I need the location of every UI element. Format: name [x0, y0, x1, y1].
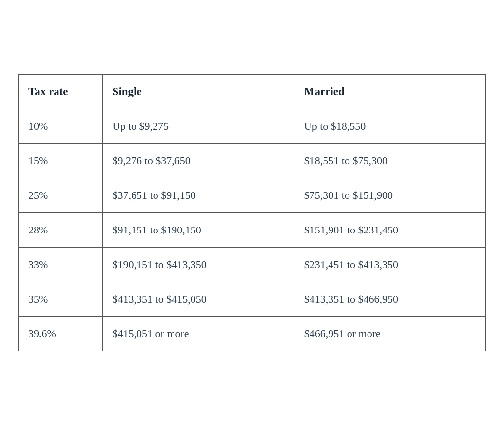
table-row: 28%$91,151 to $190,150$151,901 to $231,4…	[19, 212, 486, 247]
table-row: 33%$190,151 to $413,350$231,451 to $413,…	[19, 247, 486, 282]
cell-married: $18,551 to $75,300	[294, 143, 485, 178]
cell-single: Up to $9,275	[102, 109, 294, 143]
table-row: 39.6%$415,051 or more$466,951 or more	[19, 316, 486, 351]
table-row: 15%$9,276 to $37,650$18,551 to $75,300	[19, 143, 486, 178]
header-single: Single	[102, 74, 294, 109]
cell-married: $413,351 to $466,950	[294, 282, 485, 316]
cell-tax-rate: 39.6%	[19, 316, 103, 351]
table-row: 10%Up to $9,275Up to $18,550	[19, 109, 486, 143]
header-married: Married	[294, 74, 485, 109]
cell-single: $37,651 to $91,150	[102, 178, 294, 212]
table-row: 35%$413,351 to $415,050$413,351 to $466,…	[19, 282, 486, 316]
cell-tax-rate: 33%	[19, 247, 103, 282]
cell-tax-rate: 35%	[19, 282, 103, 316]
cell-single: $415,051 or more	[102, 316, 294, 351]
tax-rate-table: Tax rate Single Married 10%Up to $9,275U…	[18, 74, 486, 351]
tax-table-container: Tax rate Single Married 10%Up to $9,275U…	[18, 74, 486, 351]
cell-married: $151,901 to $231,450	[294, 212, 485, 247]
cell-married: $466,951 or more	[294, 316, 485, 351]
cell-single: $91,151 to $190,150	[102, 212, 294, 247]
cell-single: $190,151 to $413,350	[102, 247, 294, 282]
cell-married: $231,451 to $413,350	[294, 247, 485, 282]
table-header-row: Tax rate Single Married	[19, 74, 486, 109]
cell-tax-rate: 28%	[19, 212, 103, 247]
table-row: 25%$37,651 to $91,150$75,301 to $151,900	[19, 178, 486, 212]
cell-tax-rate: 10%	[19, 109, 103, 143]
cell-single: $9,276 to $37,650	[102, 143, 294, 178]
header-tax-rate: Tax rate	[19, 74, 103, 109]
cell-tax-rate: 15%	[19, 143, 103, 178]
cell-married: $75,301 to $151,900	[294, 178, 485, 212]
cell-married: Up to $18,550	[294, 109, 485, 143]
cell-single: $413,351 to $415,050	[102, 282, 294, 316]
cell-tax-rate: 25%	[19, 178, 103, 212]
